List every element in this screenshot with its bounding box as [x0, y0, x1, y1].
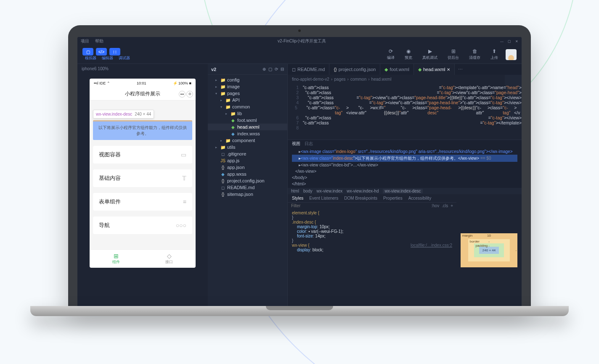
toolbar-action-预览[interactable]: ◉预览 — [405, 48, 412, 61]
chevron-icon: ▾ — [220, 105, 224, 109]
tree-node[interactable]: {}project.config.json — [208, 177, 287, 184]
toolbar-action-icon: 🗑 — [472, 48, 477, 54]
code-line[interactable]: 3 "c-attr">class="c-tag"><view "c-attr">… — [288, 95, 522, 100]
crumb[interactable]: pages — [334, 77, 345, 82]
dom-crumb[interactable]: wx-view.index-desc — [383, 189, 422, 193]
debugger-pill[interactable]: ⫶⫶ — [109, 48, 120, 55]
collapse-icon[interactable]: ⊟ — [281, 67, 284, 71]
wxml-icon: ◆ — [231, 118, 236, 123]
menu-card[interactable]: 导航○○○ — [93, 216, 192, 234]
toolbar-action-切后台[interactable]: ⊞切后台 — [448, 48, 459, 61]
css-rules[interactable]: element.style {}.index-desc {</span></di… — [288, 209, 456, 254]
tree-node[interactable]: {}app.json — [208, 164, 287, 171]
menu-project[interactable]: 项目 — [81, 38, 89, 44]
code-line[interactable]: 1"c-attr">class="c-tag"><template "c-att… — [288, 85, 522, 90]
dom-line[interactable]: ▸<wx-view class="index-bd">…</wx-view> — [292, 162, 517, 168]
tree-node[interactable]: ◆app.wxss — [208, 171, 287, 177]
tabbar-item[interactable]: ⊞组件 — [90, 250, 143, 268]
code-line[interactable]: 6 "c-attr">class="c-tag"></view> — [288, 115, 522, 120]
new-folder-icon[interactable]: ▢ — [268, 67, 272, 71]
tree-node[interactable]: ▾📁pages — [208, 90, 287, 97]
code-line[interactable]: 7"c-attr">class="c-tag"></template> — [288, 120, 522, 125]
chevron-icon: ▸ — [215, 85, 219, 89]
crumb[interactable]: common — [350, 77, 366, 82]
minimize-icon[interactable]: — — [500, 40, 504, 43]
tree-node[interactable]: ▸📁lib — [208, 110, 287, 117]
tree-node[interactable]: ◆foot.wxml — [208, 117, 287, 124]
tree-node[interactable]: ▸📁image — [208, 83, 287, 90]
style-filter-bar: :hov .cls + — [288, 203, 456, 209]
phone-body[interactable]: wx-view.index-desc 240 × 44 以下将展示小程序官方组件… — [90, 100, 196, 249]
tabbar-item[interactable]: ◇接口 — [143, 250, 196, 268]
devtools-tab-log[interactable]: 日志 — [305, 141, 313, 147]
code-line[interactable]: 2 "c-attr">class="c-tag"><view "c-attr">… — [288, 90, 522, 95]
style-tab[interactable]: Event Listeners — [309, 196, 338, 200]
new-file-icon[interactable]: ⊕ — [262, 67, 266, 71]
capsule-more-icon[interactable]: ••• — [179, 91, 186, 98]
devtools-tab-view[interactable]: 视图 — [292, 141, 300, 147]
tabs-more-icon[interactable]: ⋯ — [455, 64, 466, 75]
toolbar-action-编译[interactable]: ⟳编译 — [387, 48, 395, 61]
code-line[interactable]: 5 "c-attr">class="c-tag"><view "c-attr">… — [288, 105, 522, 115]
dom-crumb[interactable]: wx-view.index — [317, 189, 343, 193]
code-line[interactable]: 8 — [288, 125, 522, 130]
capsule-close-icon[interactable]: ⊙ — [186, 91, 193, 98]
tree-node[interactable]: ◆index.wxss — [208, 130, 287, 137]
code-line[interactable]: 4 "c-attr">class="c-tag"><view "c-attr">… — [288, 100, 522, 105]
editor-tab[interactable]: ◆head.wxml✕ — [414, 64, 455, 75]
code-editor[interactable]: 1"c-attr">class="c-tag"><template "c-att… — [288, 83, 522, 132]
hov-button[interactable]: :hov — [431, 203, 439, 208]
style-tab[interactable]: Accessibility — [408, 196, 431, 200]
crumb[interactable]: head.wxml — [371, 77, 392, 82]
menu-card[interactable]: 表单组件≡ — [93, 193, 192, 211]
crumb[interactable]: fino-applet-demo-v2 — [292, 77, 329, 82]
tree-node[interactable]: ◆head.wxml — [208, 124, 287, 130]
tree-node[interactable]: JSapp.js — [208, 157, 287, 164]
project-root-name[interactable]: v2 — [211, 67, 216, 72]
editor-tab[interactable]: {}project.config.json — [329, 64, 380, 75]
tabbar-icon: ◇ — [167, 253, 172, 259]
file-icon: ◻ — [292, 67, 296, 72]
dom-crumb[interactable]: html — [291, 189, 299, 193]
inspect-highlight: 以下将展示小程序官方组件能力，组件样式仅供参考。 — [93, 120, 192, 140]
close-icon[interactable]: ✕ — [515, 40, 518, 43]
menu-card[interactable]: 基础内容𝕋 — [93, 169, 192, 187]
tree-node[interactable]: ◻README.md — [208, 184, 287, 191]
cls-button[interactable]: .cls — [442, 203, 448, 208]
simulator-pill[interactable]: ▢ — [82, 48, 93, 55]
phone-tabbar: ⊞组件◇接口 — [90, 249, 196, 268]
dom-selected-node[interactable]: ▸<wx-view class="index-desc">以下将展示小程序官方组… — [292, 155, 517, 162]
dom-tree[interactable]: ▸<wx-image class="index-logo" src="../re… — [288, 148, 522, 188]
style-filter-input[interactable] — [291, 203, 316, 208]
style-tab[interactable]: DOM Breakpoints — [344, 196, 377, 200]
tree-node[interactable]: {}sitemap.json — [208, 191, 287, 198]
toolbar-action-上传[interactable]: ⬆上传 — [490, 48, 498, 61]
dom-crumb[interactable]: body — [303, 189, 313, 193]
add-rule-button[interactable]: + — [451, 203, 453, 208]
editor-pill[interactable]: </> — [96, 48, 107, 55]
maximize-icon[interactable]: ▢ — [508, 40, 511, 43]
refresh-icon[interactable]: ⟳ — [275, 67, 278, 71]
style-tab[interactable]: Properties — [383, 196, 403, 200]
dom-line[interactable]: </wx-view> — [292, 168, 517, 174]
tree-node[interactable]: ▸📁config — [208, 76, 287, 83]
dom-line[interactable]: </html> — [292, 181, 517, 187]
toolbar-action-真机调试[interactable]: ▶真机调试 — [422, 48, 437, 61]
dom-crumb[interactable]: wx-view.index-hd — [347, 189, 379, 193]
editor-tab[interactable]: ◆foot.wxml — [380, 64, 413, 75]
tree-node[interactable]: ▸📁component — [208, 137, 287, 144]
tree-node[interactable]: ▸📁API — [208, 97, 287, 103]
dom-line[interactable]: <wx-image class=" — [301, 149, 336, 154]
user-avatar[interactable] — [506, 49, 517, 60]
menu-help[interactable]: 帮助 — [95, 38, 103, 44]
close-tab-icon[interactable]: ✕ — [447, 67, 450, 72]
tree-node[interactable]: ▸📁utils — [208, 144, 287, 150]
tree-node[interactable]: ▾📁common — [208, 103, 287, 110]
menu-card[interactable]: 视图容器▭ — [93, 146, 192, 164]
tree-node[interactable]: ◻.gitignore — [208, 150, 287, 157]
minimap[interactable] — [505, 75, 522, 125]
style-tab[interactable]: Styles — [292, 196, 303, 200]
toolbar-action-清缓存[interactable]: 🗑清缓存 — [469, 48, 480, 61]
editor-tab[interactable]: ◻README.md — [288, 64, 329, 75]
dom-line[interactable]: </body> — [292, 174, 517, 181]
